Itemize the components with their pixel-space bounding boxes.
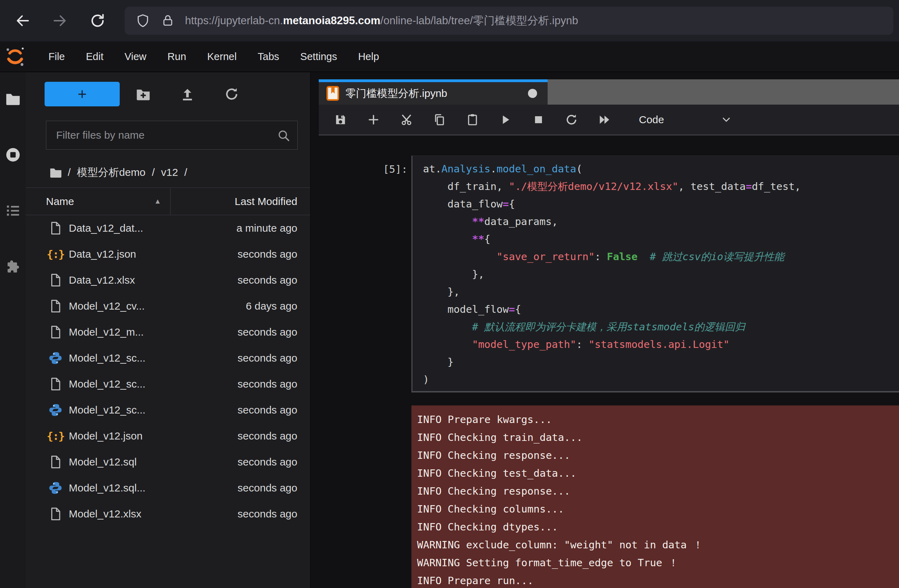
- log-line: INFO Checking test_data...: [417, 465, 899, 482]
- tracking-shield-icon[interactable]: [136, 14, 150, 28]
- file-last-modified: 6 days ago: [246, 300, 310, 312]
- log-line: INFO Prepare run...: [417, 572, 899, 588]
- paste-button[interactable]: [461, 108, 484, 131]
- file-list-header: Name ▲ Last Modified: [26, 187, 310, 215]
- back-button[interactable]: [11, 8, 35, 33]
- file-row[interactable]: Model_v12.xlsxseconds ago: [26, 501, 310, 527]
- restart-icon: [565, 113, 578, 127]
- file-row[interactable]: Model_v12_cv...6 days ago: [26, 293, 310, 319]
- menu-item-edit[interactable]: Edit: [76, 42, 114, 72]
- menu-item-settings[interactable]: Settings: [290, 42, 348, 72]
- sidebar-item-running-kernels[interactable]: [5, 147, 21, 163]
- code-line: data_flow={: [423, 195, 899, 213]
- address-bar[interactable]: https://jupyterlab-cn.metanoia8295.com/o…: [125, 7, 893, 35]
- menu-item-kernel[interactable]: Kernel: [196, 42, 247, 72]
- sort-ascending-icon: ▲: [154, 197, 161, 205]
- new-folder-icon: [136, 86, 151, 102]
- breadcrumb-separator: /: [184, 167, 187, 178]
- code-line: **data_params,: [423, 213, 899, 230]
- file-icon: [48, 221, 62, 235]
- back-icon: [15, 12, 31, 29]
- menu-item-help[interactable]: Help: [348, 42, 390, 72]
- file-icon: [48, 455, 62, 469]
- restart-kernel-button[interactable]: [560, 108, 583, 131]
- file-last-modified: seconds ago: [238, 248, 310, 260]
- file-row[interactable]: Model_v12.sql...seconds ago: [26, 475, 310, 501]
- file-last-modified: seconds ago: [238, 482, 310, 494]
- file-last-modified: seconds ago: [238, 456, 310, 468]
- cell-type-select[interactable]: Code: [639, 114, 732, 126]
- lock-icon[interactable]: [161, 14, 175, 28]
- save-button[interactable]: [329, 108, 352, 131]
- fast-forward-icon: [598, 113, 612, 127]
- file-browser-panel: +: [26, 72, 310, 588]
- save-icon: [334, 113, 347, 127]
- code-line: "save_or_return": False # 跳过csv的io读写提升性能: [423, 248, 899, 265]
- code-cell-editor[interactable]: at.Analysis.model_on_data( df_train, "./…: [411, 156, 899, 392]
- upload-button[interactable]: [180, 86, 195, 102]
- menu-item-run[interactable]: Run: [157, 42, 196, 72]
- sidebar-item-table-of-contents[interactable]: [5, 202, 21, 219]
- jupyterlab-menubar: FileEditViewRunKernelTabsSettingsHelp: [0, 42, 899, 72]
- stop-button[interactable]: [527, 108, 550, 131]
- forward-button[interactable]: [47, 8, 72, 33]
- reload-button[interactable]: [85, 8, 110, 33]
- copy-icon: [433, 113, 446, 127]
- breadcrumb: /模型分析demo/v12/: [49, 161, 190, 184]
- sidebar-item-extensions[interactable]: [5, 258, 21, 275]
- file-name: Data_v12_dat...: [69, 222, 143, 234]
- cut-button[interactable]: [395, 108, 418, 131]
- file-name: Model_v12_m...: [69, 326, 144, 338]
- tab-title: 零门槛模型分析.ipynb: [345, 86, 447, 101]
- menu-item-view[interactable]: View: [114, 42, 157, 72]
- notebook-file-icon: [326, 86, 339, 101]
- file-row[interactable]: Data_v12.xlsxseconds ago: [26, 267, 310, 293]
- refresh-button[interactable]: [224, 86, 239, 102]
- new-launcher-button[interactable]: +: [45, 82, 120, 106]
- run-button[interactable]: [494, 108, 517, 131]
- tab-bar: 零门槛模型分析.ipynb: [319, 79, 899, 105]
- file-last-modified: seconds ago: [238, 352, 310, 364]
- file-row[interactable]: Model_v12.sqlseconds ago: [26, 449, 310, 475]
- file-icon: [48, 325, 62, 339]
- url-text: https://jupyterlab-cn.metanoia8295.com/o…: [185, 13, 578, 28]
- add-cell-button[interactable]: [362, 108, 385, 131]
- breadcrumb-folder[interactable]: v12: [161, 167, 178, 178]
- file-list: Data_v12_dat...a minute ago{:}Data_v12.j…: [26, 215, 310, 588]
- code-line: df_train, "./模型分析demo/v12/v12.xlsx", tes…: [423, 177, 899, 195]
- menu-item-file[interactable]: File: [38, 42, 76, 72]
- add-cell-icon: [367, 113, 380, 126]
- new-folder-button[interactable]: [136, 86, 151, 102]
- column-header-name[interactable]: Name ▲: [26, 188, 171, 215]
- log-line: INFO Checking response...: [417, 482, 899, 500]
- file-row[interactable]: {:}Model_v12.jsonseconds ago: [26, 423, 310, 449]
- browser-chrome: https://jupyterlab-cn.metanoia8295.com/o…: [0, 0, 899, 42]
- filter-files-input[interactable]: [46, 121, 297, 149]
- menu-item-tabs[interactable]: Tabs: [247, 42, 290, 72]
- copy-button[interactable]: [428, 108, 451, 131]
- file-last-modified: seconds ago: [238, 430, 310, 442]
- file-icon: [48, 377, 62, 391]
- column-header-last-modified[interactable]: Last Modified: [171, 188, 310, 215]
- file-row[interactable]: Model_v12_m...seconds ago: [26, 319, 310, 345]
- json-icon: {:}: [48, 429, 62, 443]
- cut-icon: [400, 113, 413, 127]
- file-row[interactable]: Model_v12_sc...seconds ago: [26, 371, 310, 397]
- file-row[interactable]: Model_v12_sc...seconds ago: [26, 345, 310, 371]
- table-of-contents-icon: [5, 202, 21, 219]
- breadcrumb-separator: /: [68, 167, 71, 178]
- sidebar-item-file-browser[interactable]: [5, 91, 21, 107]
- unsaved-changes-dot[interactable]: [528, 89, 537, 98]
- file-row[interactable]: {:}Data_v12.jsonseconds ago: [26, 241, 310, 267]
- restart-and-run-all-button[interactable]: [593, 108, 616, 131]
- log-line: INFO Checking columns...: [417, 500, 899, 518]
- file-row[interactable]: Data_v12_dat...a minute ago: [26, 215, 310, 241]
- file-name: Model_v12.xlsx: [69, 508, 142, 520]
- left-activity-bar: [0, 72, 26, 588]
- file-icon: [48, 273, 62, 287]
- file-row[interactable]: Model_v12_sc...seconds ago: [26, 397, 310, 423]
- file-name: Model_v12_sc...: [69, 378, 145, 390]
- breadcrumb-folder[interactable]: 模型分析demo: [77, 167, 145, 178]
- home-folder-icon[interactable]: [49, 166, 62, 179]
- tab-notebook[interactable]: 零门槛模型分析.ipynb: [319, 79, 548, 105]
